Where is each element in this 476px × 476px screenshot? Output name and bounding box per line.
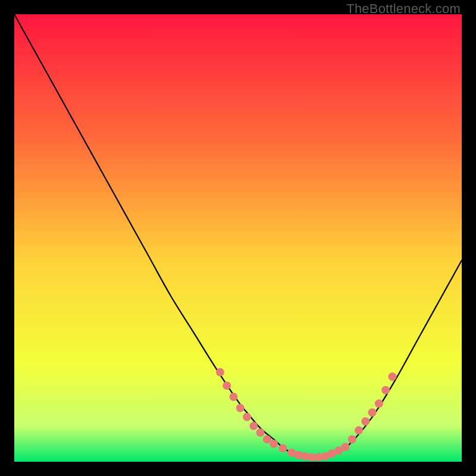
curve-marker <box>270 440 278 448</box>
curve-marker <box>348 435 356 443</box>
curve-marker <box>236 404 245 412</box>
curve-marker <box>381 386 390 394</box>
curve-marker <box>256 428 265 437</box>
curve-marker <box>341 443 349 451</box>
curve-marker <box>229 393 237 401</box>
curve-marker <box>361 417 369 425</box>
curve-marker <box>249 422 258 430</box>
gradient-background <box>14 14 462 462</box>
curve-marker <box>375 399 383 408</box>
curve-marker <box>243 413 251 421</box>
curve-marker <box>216 368 224 377</box>
bottleneck-chart <box>14 14 462 462</box>
curve-marker <box>388 372 396 381</box>
chart-frame <box>14 14 462 462</box>
curve-marker <box>355 426 363 434</box>
curve-marker <box>368 408 377 416</box>
curve-marker <box>278 444 287 452</box>
curve-marker <box>223 381 231 390</box>
